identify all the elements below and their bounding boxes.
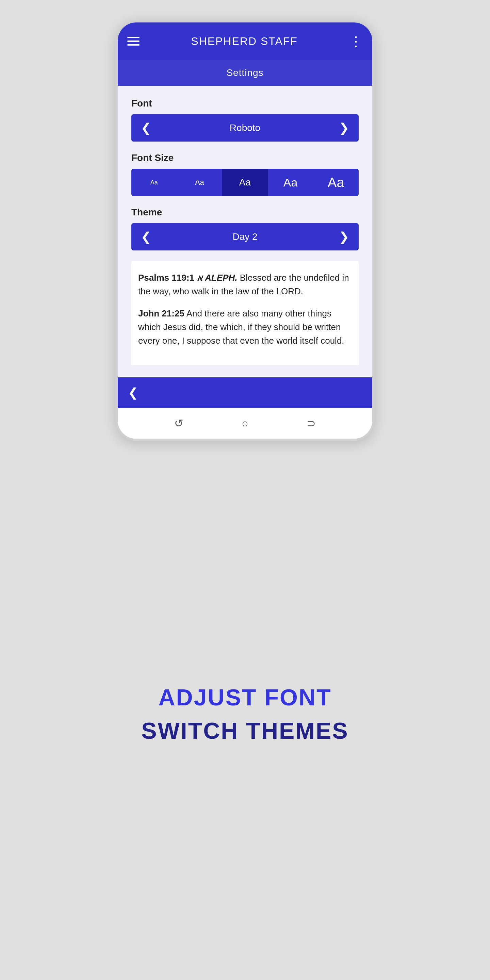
settings-bar: Settings xyxy=(118,60,372,86)
hamburger-menu-button[interactable] xyxy=(127,37,140,46)
android-refresh-button[interactable]: ↺ xyxy=(174,417,183,430)
app-bar: SHEPHERD STAFF ⋮ xyxy=(118,22,372,60)
theme-section-label: Theme xyxy=(131,207,359,218)
font-size-label-3: Aa xyxy=(239,177,251,188)
font-size-option-5[interactable]: Aa xyxy=(313,169,359,196)
caption-area: ADJUST FONT SWITCH THEMES xyxy=(141,441,348,980)
font-size-label-4: Aa xyxy=(283,176,298,189)
bible-verse-1: Psalms 119:1 א ALEPH. Blessed are the un… xyxy=(138,271,352,298)
app-title: SHEPHERD STAFF xyxy=(191,35,298,48)
bible-preview: Psalms 119:1 א ALEPH. Blessed are the un… xyxy=(131,261,359,365)
font-size-row: Aa Aa Aa Aa Aa xyxy=(131,169,359,196)
verse-2-ref: John 21:25 xyxy=(138,308,185,318)
font-next-button[interactable]: ❯ xyxy=(336,118,352,138)
font-size-option-3[interactable]: Aa xyxy=(222,169,268,196)
theme-selector-row: ❮ Day 2 ❯ xyxy=(131,223,359,250)
caption-switch-themes: SWITCH THEMES xyxy=(141,717,348,744)
theme-next-button[interactable]: ❯ xyxy=(336,227,352,247)
content-area: Font ❮ Roboto ❯ Font Size Aa Aa Aa Aa xyxy=(118,86,372,377)
phone-back-button[interactable]: ❮ xyxy=(128,385,138,400)
font-prev-button[interactable]: ❮ xyxy=(138,118,154,138)
phone-bottom-nav: ❮ xyxy=(118,377,372,408)
font-size-label-5: Aa xyxy=(328,175,344,190)
font-size-option-2[interactable]: Aa xyxy=(177,169,223,196)
android-home-button[interactable]: ○ xyxy=(242,417,248,430)
bible-verse-2: John 21:25 And there are also many other… xyxy=(138,307,352,348)
font-size-section-label: Font Size xyxy=(131,153,359,163)
verse-1-ref: Psalms 119:1 xyxy=(138,272,194,283)
more-vert-icon[interactable]: ⋮ xyxy=(349,33,363,49)
theme-prev-button[interactable]: ❮ xyxy=(138,227,154,247)
verse-1-aleph: א ALEPH. xyxy=(197,272,237,283)
android-nav: ↺ ○ ⊃ xyxy=(118,408,372,439)
font-size-label-1: Aa xyxy=(150,179,158,186)
phone-mockup: SHEPHERD STAFF ⋮ Settings Font ❮ Roboto … xyxy=(116,21,374,441)
font-size-label-2: Aa xyxy=(195,178,204,187)
theme-current-value: Day 2 xyxy=(232,231,257,242)
page-wrapper: SHEPHERD STAFF ⋮ Settings Font ❮ Roboto … xyxy=(0,0,490,980)
settings-label: Settings xyxy=(226,67,263,78)
caption-adjust-font: ADJUST FONT xyxy=(159,684,332,711)
font-size-option-4[interactable]: Aa xyxy=(268,169,313,196)
font-selector-row: ❮ Roboto ❯ xyxy=(131,115,359,142)
font-size-option-1[interactable]: Aa xyxy=(131,169,177,196)
android-back-button[interactable]: ⊃ xyxy=(307,417,316,430)
font-section-label: Font xyxy=(131,98,359,109)
font-current-value: Roboto xyxy=(230,123,260,134)
